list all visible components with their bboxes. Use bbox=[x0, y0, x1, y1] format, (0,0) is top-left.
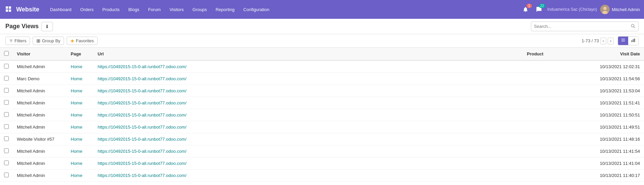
grid-icon[interactable] bbox=[4, 5, 13, 14]
page-link[interactable]: Home bbox=[71, 149, 82, 154]
pagination-info: 1-73 / 73 ‹ › bbox=[582, 36, 639, 45]
nav-blogs[interactable]: Blogs bbox=[124, 4, 143, 15]
svg-rect-1 bbox=[9, 6, 11, 9]
row-checkbox[interactable] bbox=[4, 124, 9, 129]
row-product bbox=[523, 60, 590, 73]
nav-dashboard[interactable]: Dashboard bbox=[46, 4, 76, 15]
url-link[interactable]: https://10492015-15-0-all.runbot77.odoo.… bbox=[98, 149, 187, 154]
row-product bbox=[523, 170, 590, 182]
svg-rect-3 bbox=[9, 9, 11, 12]
url-link[interactable]: https://10492015-15-0-all.runbot77.odoo.… bbox=[98, 173, 187, 178]
svg-rect-8 bbox=[39, 39, 40, 41]
row-page: Home bbox=[67, 109, 94, 121]
chart-view-button[interactable] bbox=[628, 37, 638, 45]
nav-menu: Dashboard Orders Products Blogs Forum Vi… bbox=[46, 4, 519, 15]
row-checkbox[interactable] bbox=[4, 88, 9, 93]
row-checkbox[interactable] bbox=[4, 136, 9, 141]
nav-groups[interactable]: Groups bbox=[189, 4, 211, 15]
row-page: Home bbox=[67, 60, 94, 73]
page-views-table: Visitor Page Url Product Visit Date Mitc… bbox=[0, 48, 644, 182]
row-url: https://10492015-15-0-all.runbot77.odoo.… bbox=[94, 85, 523, 97]
search-input[interactable] bbox=[534, 24, 630, 29]
row-check-cell bbox=[0, 121, 13, 133]
nav-products[interactable]: Products bbox=[98, 4, 124, 15]
row-page: Home bbox=[67, 157, 94, 170]
row-visit-date: 10/13/2021 11:50:51 bbox=[590, 109, 644, 121]
page-link[interactable]: Home bbox=[71, 64, 82, 69]
row-visitor: Marc Demo bbox=[13, 73, 67, 85]
view-toggle bbox=[618, 36, 639, 45]
row-visit-date: 10/13/2021 11:41:54 bbox=[590, 145, 644, 157]
message-bubble[interactable]: 22 bbox=[534, 4, 544, 14]
row-product bbox=[523, 73, 590, 85]
page-link[interactable]: Home bbox=[71, 88, 82, 93]
url-link[interactable]: https://10492015-15-0-all.runbot77.odoo.… bbox=[98, 88, 187, 93]
row-product bbox=[523, 85, 590, 97]
row-check-cell bbox=[0, 85, 13, 97]
svg-rect-10 bbox=[39, 41, 40, 42]
row-checkbox[interactable] bbox=[4, 100, 9, 105]
page-link[interactable]: Home bbox=[71, 125, 82, 130]
url-link[interactable]: https://10492015-15-0-all.runbot77.odoo.… bbox=[98, 161, 187, 166]
user-label[interactable]: Mitchell Admin bbox=[600, 5, 640, 14]
header-page[interactable]: Page bbox=[67, 48, 94, 60]
select-all-checkbox[interactable] bbox=[4, 51, 9, 56]
nav-reporting[interactable]: Reporting bbox=[211, 4, 238, 15]
row-visitor: Website Visitor #57 bbox=[13, 133, 67, 145]
notification-bell[interactable]: 1 bbox=[520, 4, 531, 14]
favorites-button[interactable]: Favorites bbox=[67, 37, 97, 45]
page-link[interactable]: Home bbox=[71, 100, 82, 105]
svg-rect-16 bbox=[633, 39, 634, 42]
page-link[interactable]: Home bbox=[71, 137, 82, 142]
header-visitor[interactable]: Visitor bbox=[13, 48, 67, 60]
filters-button[interactable]: Filters bbox=[5, 37, 30, 45]
header-product[interactable]: Product bbox=[523, 48, 590, 60]
row-page: Home bbox=[67, 170, 94, 182]
header-url[interactable]: Url bbox=[94, 48, 523, 60]
url-link[interactable]: https://10492015-15-0-all.runbot77.odoo.… bbox=[98, 137, 187, 142]
header-visit-date[interactable]: Visit Date bbox=[590, 48, 644, 60]
pagination-prev[interactable]: ‹ bbox=[600, 38, 606, 44]
nav-orders[interactable]: Orders bbox=[76, 4, 98, 15]
download-button[interactable]: ⬇ bbox=[41, 22, 53, 31]
row-checkbox[interactable] bbox=[4, 160, 9, 165]
row-url: https://10492015-15-0-all.runbot77.odoo.… bbox=[94, 97, 523, 109]
row-product bbox=[523, 97, 590, 109]
row-visit-date: 10/13/2021 11:48:16 bbox=[590, 133, 644, 145]
url-link[interactable]: https://10492015-15-0-all.runbot77.odoo.… bbox=[98, 100, 187, 105]
pagination-next[interactable]: › bbox=[608, 38, 614, 44]
url-link[interactable]: https://10492015-15-0-all.runbot77.odoo.… bbox=[98, 64, 187, 69]
table-row: Mitchell Admin Home https://10492015-15-… bbox=[0, 145, 644, 157]
row-checkbox[interactable] bbox=[4, 64, 9, 68]
row-checkbox[interactable] bbox=[4, 112, 9, 117]
nav-forum[interactable]: Forum bbox=[144, 4, 165, 15]
url-link[interactable]: https://10492015-15-0-all.runbot77.odoo.… bbox=[98, 112, 187, 118]
svg-rect-12 bbox=[621, 39, 625, 39]
table-row: Marc Demo Home https://10492015-15-0-all… bbox=[0, 73, 644, 85]
row-product bbox=[523, 133, 590, 145]
group-by-button[interactable]: Group By bbox=[33, 37, 64, 45]
page-link[interactable]: Home bbox=[71, 112, 82, 118]
page-link[interactable]: Home bbox=[71, 161, 82, 166]
table-row: Mitchell Admin Home https://10492015-15-… bbox=[0, 60, 644, 73]
row-page: Home bbox=[67, 121, 94, 133]
header-check bbox=[0, 48, 13, 60]
url-link[interactable]: https://10492015-15-0-all.runbot77.odoo.… bbox=[98, 125, 187, 130]
svg-rect-0 bbox=[6, 6, 8, 9]
svg-rect-15 bbox=[632, 40, 632, 42]
row-visitor: Mitchell Admin bbox=[13, 85, 67, 97]
search-icon[interactable] bbox=[630, 23, 636, 30]
company-label: Induamerica Sac (Chiclayo) bbox=[547, 7, 597, 12]
row-checkbox[interactable] bbox=[4, 173, 9, 177]
row-checkbox[interactable] bbox=[4, 76, 9, 81]
row-url: https://10492015-15-0-all.runbot77.odoo.… bbox=[94, 121, 523, 133]
row-url: https://10492015-15-0-all.runbot77.odoo.… bbox=[94, 145, 523, 157]
url-link[interactable]: https://10492015-15-0-all.runbot77.odoo.… bbox=[98, 76, 187, 81]
nav-configuration[interactable]: Configuration bbox=[239, 4, 273, 15]
page-link[interactable]: Home bbox=[71, 173, 82, 178]
svg-rect-7 bbox=[37, 39, 38, 41]
row-checkbox[interactable] bbox=[4, 148, 9, 153]
nav-visitors[interactable]: Visitors bbox=[165, 4, 188, 15]
list-view-button[interactable] bbox=[618, 37, 628, 45]
page-link[interactable]: Home bbox=[71, 76, 82, 81]
